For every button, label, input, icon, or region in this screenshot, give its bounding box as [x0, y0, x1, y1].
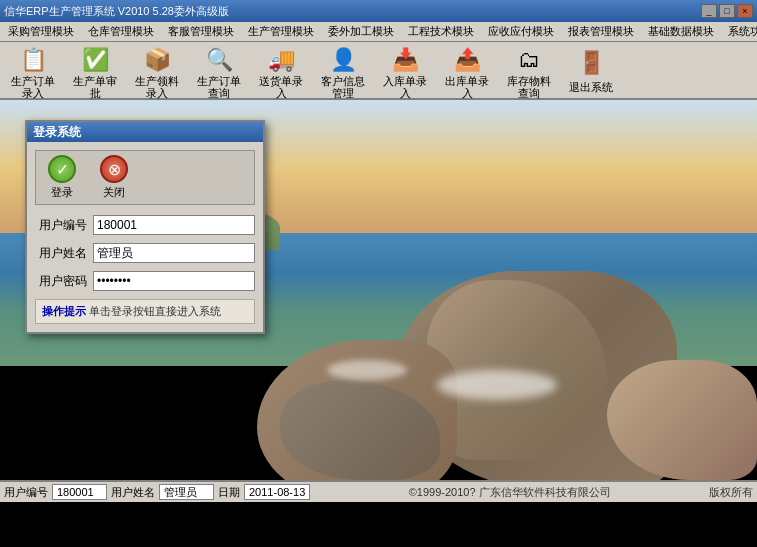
menu-bar: 采购管理模块 仓库管理模块 客服管理模块 生产管理模块 委外加工模块 工程技术模… [0, 22, 757, 42]
login-close-button[interactable]: ⊗ 关闭 [92, 155, 136, 200]
inventory-query-icon: 🗂 [513, 47, 545, 73]
menu-item-engineering[interactable]: 工程技术模块 [402, 23, 480, 40]
menu-item-accounts[interactable]: 应收应付模块 [482, 23, 560, 40]
menu-item-customer[interactable]: 客服管理模块 [162, 23, 240, 40]
status-rights: 版权所有 [709, 485, 753, 500]
toolbar-btn-stock-in[interactable]: 📥 入库单录入 [376, 44, 434, 96]
login-hint: 操作提示 单击登录按钮直接进入系统 [35, 299, 255, 324]
login-submit-button[interactable]: ✓ 登录 [40, 155, 84, 200]
menu-item-system[interactable]: 系统功能模块 [722, 23, 757, 40]
order-query-icon: 🔍 [203, 47, 235, 73]
exit-icon: 🚪 [575, 47, 607, 79]
login-dialog-titlebar: 登录系统 [27, 122, 263, 142]
toolbar-btn-customer-info-label: 客户信息管理 [317, 75, 369, 99]
toolbar-btn-stock-out-label: 出库单录入 [441, 75, 493, 99]
login-close-icon: ⊗ [100, 155, 128, 183]
toolbar-btn-order-query-label: 生产订单查询 [193, 75, 245, 99]
toolbar-btn-production-order-label: 生产订单录入 [7, 75, 59, 99]
toolbar-btn-delivery[interactable]: 🚚 送货单录入 [252, 44, 310, 96]
status-username-value: 管理员 [159, 484, 214, 500]
user-password-label: 用户密码 [35, 273, 87, 290]
toolbar-btn-exit[interactable]: 🚪 退出系统 [562, 44, 620, 96]
menu-item-masterdata[interactable]: 基础数据模块 [642, 23, 720, 40]
toolbar-btn-stock-out[interactable]: 📤 出库单录入 [438, 44, 496, 96]
user-name-field: 用户姓名 [35, 243, 255, 263]
user-name-input[interactable] [93, 243, 255, 263]
production-order-icon: 📋 [17, 47, 49, 73]
toolbar-btn-exit-label: 退出系统 [569, 81, 613, 93]
user-id-input[interactable] [93, 215, 255, 235]
delivery-icon: 🚚 [265, 47, 297, 73]
toolbar-btn-production-order[interactable]: 📋 生产订单录入 [4, 44, 62, 96]
approve-icon: ✅ [79, 47, 111, 73]
stock-in-icon: 📥 [389, 47, 421, 73]
status-userid-value: 180001 [52, 484, 107, 500]
toolbar-btn-approve-label: 生产单审批 [69, 75, 121, 99]
menu-item-production[interactable]: 生产管理模块 [242, 23, 320, 40]
toolbar-btn-material-out-label: 生产领料录入 [131, 75, 183, 99]
login-dialog-body: ✓ 登录 ⊗ 关闭 用户编号 用户姓名 用户密码 操 [27, 142, 263, 332]
login-hint-content: 单击登录按钮直接进入系统 [89, 305, 221, 317]
stock-out-icon: 📤 [451, 47, 483, 73]
menu-item-purchase[interactable]: 采购管理模块 [2, 23, 80, 40]
toolbar-btn-customer-info[interactable]: 👤 客户信息管理 [314, 44, 372, 96]
toolbar-btn-material-out[interactable]: 📦 生产领料录入 [128, 44, 186, 96]
login-dialog-title: 登录系统 [33, 124, 81, 141]
login-dialog: 登录系统 ✓ 登录 ⊗ 关闭 用户编号 用户姓名 [25, 120, 265, 334]
toolbar-btn-inventory-query-label: 库存物料查询 [503, 75, 555, 99]
status-userid-label: 用户编号 [4, 485, 48, 500]
status-date-label: 日期 [218, 485, 240, 500]
status-username-label: 用户姓名 [111, 485, 155, 500]
material-out-icon: 📦 [141, 47, 173, 73]
close-button[interactable]: × [737, 4, 753, 18]
login-submit-label: 登录 [51, 185, 73, 200]
toolbar: 📋 生产订单录入 ✅ 生产单审批 📦 生产领料录入 🔍 生产订单查询 🚚 送货单… [0, 42, 757, 100]
login-hint-label: 操作提示 [42, 305, 86, 317]
menu-item-warehouse[interactable]: 仓库管理模块 [82, 23, 160, 40]
customer-info-icon: 👤 [327, 47, 359, 73]
user-name-label: 用户姓名 [35, 245, 87, 262]
title-bar: 信华ERP生产管理系统 V2010 5.28委外高级版 _ □ × [0, 0, 757, 22]
toolbar-btn-delivery-label: 送货单录入 [255, 75, 307, 99]
login-close-label: 关闭 [103, 185, 125, 200]
toolbar-btn-approve[interactable]: ✅ 生产单审批 [66, 44, 124, 96]
status-date-value: 2011-08-13 [244, 484, 310, 500]
user-id-field: 用户编号 [35, 215, 255, 235]
user-password-input[interactable] [93, 271, 255, 291]
login-check-icon: ✓ [48, 155, 76, 183]
menu-item-outsource[interactable]: 委外加工模块 [322, 23, 400, 40]
user-id-label: 用户编号 [35, 217, 87, 234]
toolbar-btn-order-query[interactable]: 🔍 生产订单查询 [190, 44, 248, 96]
maximize-button[interactable]: □ [719, 4, 735, 18]
status-bar: 用户编号 180001 用户姓名 管理员 日期 2011-08-13 ©1999… [0, 480, 757, 502]
window-controls: _ □ × [701, 4, 753, 18]
app-title: 信华ERP生产管理系统 V2010 5.28委外高级版 [4, 4, 229, 19]
toolbar-btn-inventory-query[interactable]: 🗂 库存物料查询 [500, 44, 558, 96]
minimize-button[interactable]: _ [701, 4, 717, 18]
menu-item-reports[interactable]: 报表管理模块 [562, 23, 640, 40]
user-password-field: 用户密码 [35, 271, 255, 291]
toolbar-btn-stock-in-label: 入库单录入 [379, 75, 431, 99]
main-area: 登录系统 ✓ 登录 ⊗ 关闭 用户编号 用户姓名 [0, 100, 757, 480]
status-copyright: ©1999-2010? 广东信华软件科技有限公司 [314, 485, 705, 500]
login-toolbar: ✓ 登录 ⊗ 关闭 [35, 150, 255, 205]
